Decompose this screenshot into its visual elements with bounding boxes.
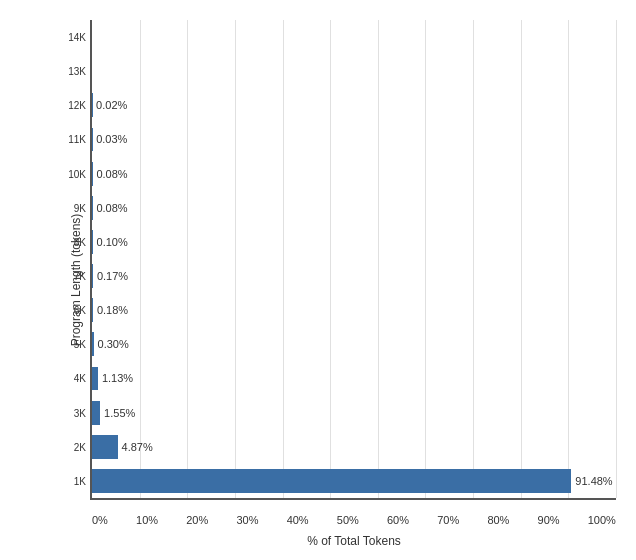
bar-value-6K: 0.18% [97,304,128,316]
x-label-30: 30% [236,514,258,526]
bar-8K: 0.10% [92,230,93,254]
y-label-4K: 4K [54,373,86,384]
y-label-5K: 5K [54,339,86,350]
bar-row-14K: 14K [92,20,616,54]
bar-row-3K: 3K1.55% [92,396,616,430]
y-label-2K: 2K [54,441,86,452]
bar-value-4K: 1.13% [102,372,133,384]
y-label-7K: 7K [54,271,86,282]
y-label-8K: 8K [54,236,86,247]
bar-row-7K: 7K0.17% [92,259,616,293]
bar-row-4K: 4K1.13% [92,361,616,395]
y-label-13K: 13K [54,66,86,77]
bar-value-8K: 0.10% [97,236,128,248]
bar-2K: 4.87% [92,435,118,459]
x-label-40: 40% [287,514,309,526]
y-label-10K: 10K [54,168,86,179]
bar-value-9K: 0.08% [96,202,127,214]
x-axis-labels: 0% 10% 20% 30% 40% 50% 60% 70% 80% 90% 1… [92,514,616,526]
bar-row-9K: 9K0.08% [92,191,616,225]
bar-value-3K: 1.55% [104,407,135,419]
bar-value-11K: 0.03% [96,133,127,145]
x-label-0: 0% [92,514,108,526]
y-label-12K: 12K [54,100,86,111]
bar-row-5K: 5K0.30% [92,327,616,361]
bar-row-1K: 1K91.48% [92,464,616,498]
bar-4K: 1.13% [92,367,98,391]
x-label-10: 10% [136,514,158,526]
x-label-90: 90% [538,514,560,526]
x-label-80: 80% [487,514,509,526]
x-label-50: 50% [337,514,359,526]
chart-area: 14K13K12K0.02%11K0.03%10K0.08%9K0.08%8K0… [90,20,616,500]
bar-5K: 0.30% [92,332,94,356]
bar-row-13K: 13K [92,54,616,88]
bar-row-8K: 8K0.10% [92,225,616,259]
x-axis-title: % of Total Tokens [307,534,401,548]
y-label-1K: 1K [54,475,86,486]
x-label-70: 70% [437,514,459,526]
y-label-14K: 14K [54,32,86,43]
bar-row-6K: 6K0.18% [92,293,616,327]
bar-value-7K: 0.17% [97,270,128,282]
bar-row-12K: 12K0.02% [92,88,616,122]
x-label-20: 20% [186,514,208,526]
x-label-100: 100% [588,514,616,526]
bar-value-5K: 0.30% [98,338,129,350]
bar-1K: 91.48% [92,469,571,493]
y-label-3K: 3K [54,407,86,418]
y-label-11K: 11K [54,134,86,145]
bar-6K: 0.18% [92,298,93,322]
bar-3K: 1.55% [92,401,100,425]
bars-area: 14K13K12K0.02%11K0.03%10K0.08%9K0.08%8K0… [92,20,616,498]
bar-row-10K: 10K0.08% [92,157,616,191]
bar-7K: 0.17% [92,264,93,288]
bar-row-11K: 11K0.03% [92,122,616,156]
bar-value-2K: 4.87% [122,441,153,453]
chart-container: Program Length (tokens) 14K13K12K0.02%11… [0,0,636,560]
bar-value-1K: 91.48% [575,475,612,487]
x-label-60: 60% [387,514,409,526]
bar-row-2K: 2K4.87% [92,430,616,464]
y-label-6K: 6K [54,305,86,316]
y-label-9K: 9K [54,202,86,213]
bar-value-10K: 0.08% [96,168,127,180]
bar-value-12K: 0.02% [96,99,127,111]
